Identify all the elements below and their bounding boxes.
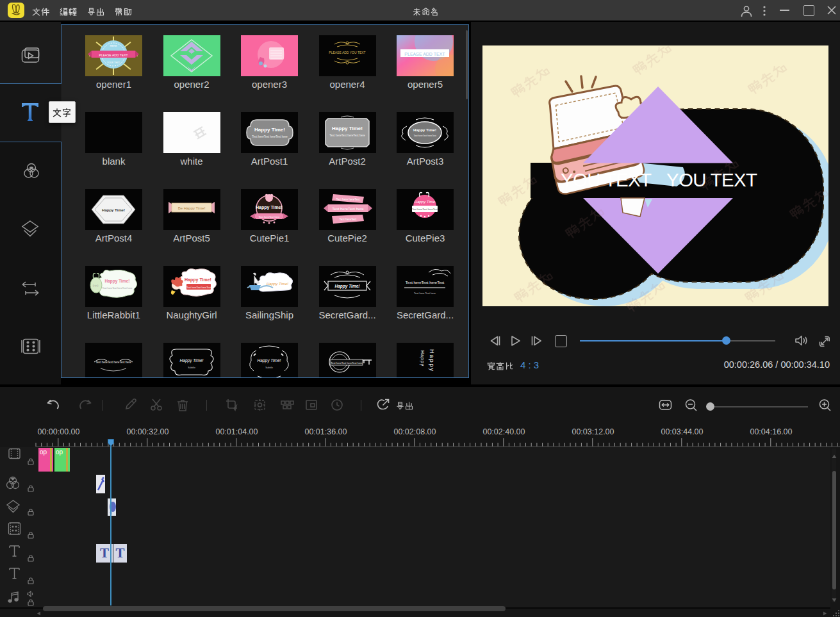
svg-text:Happy Time!: Happy Time! — [179, 358, 203, 363]
svg-text:Text here Text here: Text here Text here — [414, 292, 436, 295]
svg-text:Happy Time!: Happy Time! — [334, 284, 360, 289]
svg-text:Subtitle: Subtitle — [188, 366, 195, 369]
svg-text:PLEASE ADD TEXT: PLEASE ADD TEXT — [404, 52, 445, 56]
svg-text:Happy Time: Happy Time — [415, 200, 436, 204]
svg-text:Subtitle: Subtitle — [265, 366, 273, 369]
svg-text:Text hereText hereText here: Text hereText hereText here — [103, 287, 133, 290]
svg-text:Happy Time!: Happy Time! — [102, 208, 125, 212]
svg-text:Text hereText hereText: Text hereText hereText — [412, 208, 438, 211]
svg-text:PLEASE ADD YOU TEXT: PLEASE ADD YOU TEXT — [329, 51, 365, 54]
svg-text:Happy Time!: Happy Time! — [267, 282, 288, 286]
svg-text:Happy Time!: Happy Time! — [105, 279, 130, 284]
svg-text:Text hereText hereText here: Text hereText hereText here — [331, 361, 363, 365]
svg-text:Happy Time!: Happy Time! — [258, 358, 281, 363]
svg-text:Text hereText hereText here: Text hereText hereText here — [329, 134, 365, 137]
svg-text:YOU TEXT: YOU TEXT — [561, 169, 652, 190]
svg-text:HERE: HERE — [110, 44, 117, 47]
svg-text:Text hereText hereText: Text hereText hereText — [186, 286, 211, 289]
svg-text:Text here hereText: Text here hereText — [336, 198, 360, 201]
svg-text:PLEASE ADD TEXT: PLEASE ADD TEXT — [99, 53, 128, 57]
svg-text:Text hereText here: Text hereText here — [332, 207, 364, 211]
svg-text:Happy Time!: Happy Time! — [332, 126, 363, 131]
svg-text:Text hereText hereText here: Text hereText hereText here — [95, 361, 131, 364]
svg-text:(·ω·): (·ω·) — [93, 284, 99, 287]
svg-text:YOUR TEXT: YOUR TEXT — [107, 62, 120, 64]
svg-text:Happy: Happy — [420, 350, 425, 366]
svg-text:Happy Time!: Happy Time! — [254, 127, 285, 133]
svg-text:Text hereText hereText here: Text hereText hereText here — [252, 135, 288, 138]
svg-text:Be Happy Time!: Be Happy Time! — [177, 206, 205, 210]
svg-text:Text hereText hereText: Text hereText hereText — [413, 135, 436, 137]
svg-text:Happy Time!: Happy Time! — [256, 205, 283, 210]
svg-text:Text hereText hereText: Text hereText hereText — [406, 281, 445, 284]
svg-text:Happy: Happy — [429, 349, 435, 372]
svg-text:Happy Time!: Happy Time! — [185, 277, 211, 283]
svg-text:Text hereText here: Text hereText here — [259, 215, 281, 218]
svg-text:Text hereText: Text hereText — [339, 218, 357, 221]
svg-text:Happy Time!: Happy Time! — [413, 128, 436, 132]
